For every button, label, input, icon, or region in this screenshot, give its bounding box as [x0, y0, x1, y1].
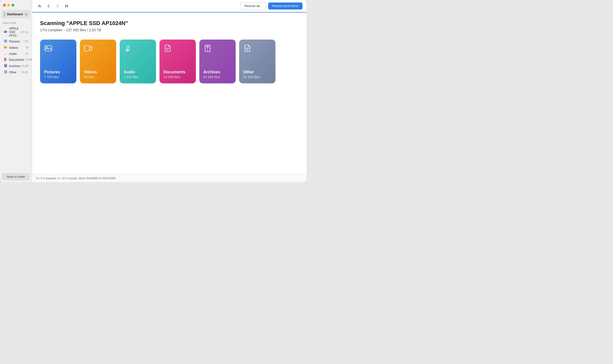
sidebar-item-audio-name: Audio [9, 52, 24, 56]
sidebar-item-archives-name: Archives [9, 64, 21, 68]
sidebar: Dashboard ⊛ Scan results APPLE SSD AP10.… [0, 0, 32, 182]
svg-rect-32 [246, 49, 249, 49]
category-cards: Pictures 7 700 files Videos 38 files [40, 40, 298, 83]
documents-card-title: Documents [164, 70, 192, 74]
videos-card-bottom: Videos 38 files [84, 70, 112, 79]
svg-rect-15 [5, 71, 7, 71]
sidebar-item-other-count: 52,1K [22, 71, 28, 74]
documents-icon [4, 58, 8, 62]
svg-rect-18 [65, 5, 66, 7]
audio-card-icon [124, 44, 152, 54]
sidebar-item-pictures[interactable]: Pictures 7,7K [1, 38, 31, 45]
card-other[interactable]: Other 52 103 files [239, 40, 275, 83]
toolbar: Recover all... Review found items [32, 0, 306, 13]
sidebar-item-documents-name: Documents [9, 58, 24, 62]
audio-card-bottom: Audio 1 032 files [124, 70, 152, 79]
scan-subtitle: 17% complete – 137 093 files / 2,55 TB [40, 28, 298, 32]
videos-card-title: Videos [84, 70, 112, 74]
pictures-icon [4, 39, 8, 44]
sidebar-item-drive[interactable]: APPLE SSD AP10... 137,1K [1, 26, 31, 38]
archives-card-count: 61 505 files [203, 75, 232, 79]
forward-button[interactable] [54, 3, 61, 10]
sidebar-item-documents-count: 14,6K [26, 58, 32, 61]
card-audio[interactable]: Audio 1 032 files [120, 40, 156, 83]
card-documents[interactable]: Documents 14 599 files [160, 40, 196, 83]
svg-rect-5 [4, 46, 6, 49]
svg-rect-29 [207, 47, 207, 47]
sidebar-item-archives-count: 61,5K [22, 65, 29, 67]
other-card-bottom: Other 52 103 files [243, 70, 271, 79]
audio-card-title: Audio [124, 70, 152, 74]
card-pictures[interactable]: Pictures 7 700 files [40, 40, 76, 83]
svg-rect-11 [5, 65, 6, 65]
documents-card-icon [164, 44, 192, 54]
review-found-button[interactable]: Review found items [268, 3, 302, 10]
svg-rect-0 [4, 31, 7, 33]
home-button[interactable] [36, 3, 43, 10]
dashboard-icon [4, 12, 5, 17]
other-icon [4, 70, 8, 74]
sidebar-item-videos-count: 38 [26, 46, 28, 49]
sidebar-item-other[interactable]: Other 52,1K [1, 69, 31, 75]
show-in-finder-button[interactable]: Show in Finder [2, 173, 30, 180]
pictures-card-count: 7 700 files [44, 75, 72, 79]
archives-icon [4, 64, 8, 68]
card-videos[interactable]: Videos 38 files [80, 40, 116, 83]
sidebar-item-documents[interactable]: Documents 14,6K [1, 57, 31, 63]
sidebar-item-drive-count: 137,1K [20, 31, 28, 34]
back-button[interactable] [45, 3, 52, 10]
svg-rect-13 [5, 66, 6, 66]
sidebar-item-videos[interactable]: Videos 38 [1, 45, 31, 51]
svg-rect-7 [5, 59, 6, 59]
other-card-count: 52 103 files [243, 75, 271, 79]
svg-rect-31 [246, 48, 249, 48]
statusbar-text: 0 t, 5 m elapsed, 0 t, 22 m remain, bloc… [36, 177, 116, 180]
pause-button[interactable] [63, 3, 70, 10]
svg-rect-8 [5, 59, 6, 60]
sidebar-item-videos-name: Videos [9, 46, 24, 50]
archives-card-icon [203, 44, 232, 54]
svg-rect-16 [5, 72, 7, 72]
other-card-icon [243, 44, 271, 54]
titlebar [0, 0, 32, 10]
maximize-button[interactable] [12, 4, 14, 7]
scan-results-label: Scan results [0, 22, 32, 26]
archives-card-bottom: Archives 61 505 files [203, 70, 232, 79]
videos-icon [4, 46, 8, 50]
svg-rect-33 [246, 50, 248, 50]
sidebar-item-other-name: Other [9, 71, 20, 74]
svg-rect-22 [84, 46, 89, 51]
svg-rect-9 [5, 60, 6, 60]
sidebar-item-dashboard[interactable]: Dashboard ⊛ [2, 10, 30, 19]
svg-rect-17 [5, 72, 6, 73]
minimize-button[interactable] [7, 4, 10, 7]
pictures-card-title: Pictures [44, 70, 72, 74]
sidebar-spacer [0, 75, 32, 171]
spinner-icon: ⊛ [25, 12, 28, 16]
recover-all-button[interactable]: Recover all... [240, 3, 266, 10]
close-button[interactable] [3, 4, 6, 7]
svg-rect-26 [166, 50, 168, 50]
pictures-card-icon [44, 44, 72, 54]
sidebar-item-audio-count: 1K [25, 52, 28, 55]
svg-rect-2 [4, 31, 6, 32]
card-archives[interactable]: Archives 61 505 files [199, 40, 236, 83]
pictures-card-bottom: Pictures 7 700 files [44, 70, 72, 79]
audio-card-count: 1 032 files [124, 75, 152, 79]
audio-icon: ♪ [4, 52, 8, 56]
documents-card-count: 14 599 files [164, 75, 192, 79]
dashboard-label: Dashboard [7, 13, 23, 16]
sidebar-item-pictures-name: Pictures [9, 40, 22, 43]
main-content: Recover all... Review found items Scanni… [32, 0, 306, 182]
app-window: Dashboard ⊛ Scan results APPLE SSD AP10.… [0, 0, 306, 182]
archives-card-title: Archives [203, 70, 232, 74]
statusbar: 0 t, 5 m elapsed, 0 t, 22 m remain, bloc… [32, 174, 306, 182]
scan-title: Scanning "APPLE SSD AP1024N" [40, 20, 298, 27]
sidebar-item-archives[interactable]: Archives 61,5K [1, 63, 31, 69]
videos-card-count: 38 files [84, 75, 112, 79]
sidebar-item-drive-name: APPLE SSD AP10... [9, 27, 19, 37]
documents-card-bottom: Documents 14 599 files [164, 70, 192, 79]
drive-icon [4, 30, 8, 34]
sidebar-item-audio[interactable]: ♪ Audio 1K [1, 51, 31, 57]
svg-rect-24 [166, 48, 169, 48]
